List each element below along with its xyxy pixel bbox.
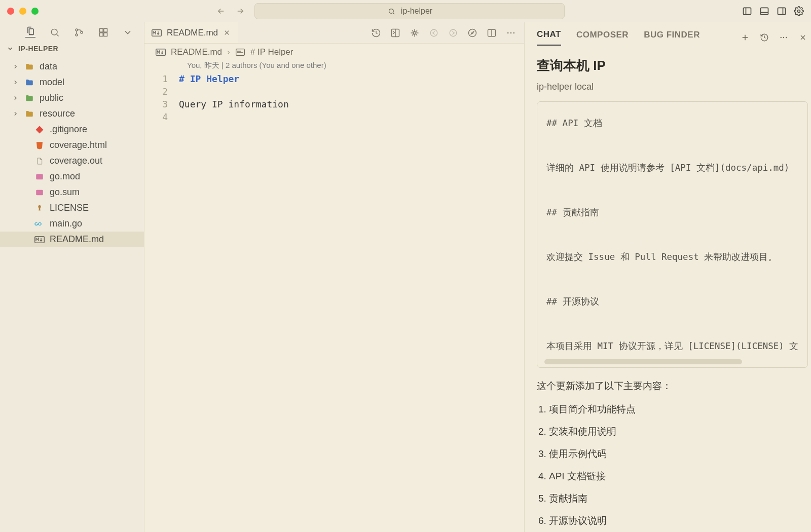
- tree-item[interactable]: README.md: [0, 232, 144, 247]
- svg-point-15: [38, 205, 41, 208]
- tab-label: README.md: [167, 28, 218, 38]
- svg-point-25: [507, 32, 509, 33]
- git-icon: [34, 125, 45, 134]
- chevron-right-icon: [12, 110, 19, 117]
- breadcrumb-file: README.md: [171, 47, 222, 57]
- chevron-right-icon: [12, 63, 19, 70]
- layout-panel-bottom-icon[interactable]: [759, 6, 769, 16]
- list-item: 项目简介和功能特点: [549, 403, 808, 416]
- svg-rect-9: [100, 29, 103, 32]
- explorer-tab-icon[interactable]: [25, 27, 35, 37]
- chat-tab-composer[interactable]: COMPOSER: [576, 30, 629, 45]
- svg-point-8: [81, 31, 83, 33]
- svg-point-7: [76, 34, 78, 36]
- svg-rect-14: [36, 189, 43, 195]
- tree-item[interactable]: .gitignore: [0, 122, 144, 137]
- chat-context-pill[interactable]: ip-helper local: [537, 82, 808, 92]
- mod-icon: [34, 172, 45, 181]
- chat-tab-chat[interactable]: CHAT: [537, 29, 561, 46]
- search-text: ip-helper: [401, 7, 432, 16]
- chat-summary-intro: 这个更新添加了以下主要内容：: [537, 379, 808, 394]
- more-actions-icon[interactable]: [506, 28, 516, 38]
- list-item: 使用示例代码: [549, 447, 808, 461]
- tree-item-label: .gitignore: [50, 124, 87, 135]
- close-window-button[interactable]: [7, 8, 14, 15]
- chat-code-content: ## API 文档 详细的 API 使用说明请参考 [API 文档](docs/…: [546, 118, 798, 351]
- explorer-title-label: IP-HELPER: [18, 45, 58, 53]
- breadcrumb[interactable]: README.md › # IP Helper: [144, 44, 524, 61]
- tree-item[interactable]: go.sum: [0, 184, 144, 200]
- history-icon[interactable]: [759, 32, 769, 43]
- source-control-tab-icon[interactable]: [74, 27, 84, 37]
- svg-rect-2: [761, 8, 768, 14]
- svg-point-32: [786, 37, 787, 38]
- tree-item[interactable]: coverage.html: [0, 137, 144, 153]
- nav-back-button[interactable]: [216, 6, 226, 16]
- run-next-icon[interactable]: [448, 28, 458, 38]
- folder-icon: [24, 109, 34, 119]
- folder-icon: [24, 78, 34, 87]
- maximize-window-button[interactable]: [31, 8, 39, 15]
- tree-item[interactable]: GOmain.go: [0, 216, 144, 232]
- new-chat-icon[interactable]: [740, 32, 750, 43]
- tab-close-button[interactable]: [223, 29, 231, 36]
- html-icon: [34, 141, 45, 150]
- code-line: Query IP information: [179, 99, 289, 109]
- compass-icon[interactable]: [467, 28, 477, 38]
- chevron-right-icon: [12, 95, 19, 101]
- layout-sidebar-left-icon[interactable]: [742, 6, 752, 16]
- folder-icon: [24, 62, 34, 71]
- tree-item-label: model: [40, 77, 64, 88]
- list-item: 贡献指南: [549, 492, 808, 505]
- command-center-search[interactable]: ip-helper: [254, 3, 565, 19]
- breadcrumb-separator: ›: [227, 47, 230, 57]
- svg-rect-12: [104, 29, 107, 32]
- file-tree: datamodelpublicresource.gitignorecoverag…: [0, 57, 144, 247]
- layout-sidebar-right-icon[interactable]: [777, 6, 787, 16]
- diff-icon[interactable]: [410, 28, 420, 38]
- minimize-window-button[interactable]: [19, 8, 26, 15]
- list-item: 安装和使用说明: [549, 425, 808, 438]
- run-prev-icon[interactable]: [429, 28, 439, 38]
- chat-tab-bugfinder[interactable]: BUG FINDER: [644, 30, 700, 45]
- nav-forward-button[interactable]: [235, 6, 245, 16]
- explorer-section-header[interactable]: IP-HELPER: [0, 41, 144, 57]
- tree-item-label: main.go: [50, 218, 82, 229]
- chat-more-icon[interactable]: [779, 32, 789, 43]
- tree-item[interactable]: LICENSE: [0, 200, 144, 216]
- lic-icon: [34, 204, 45, 213]
- markdown-icon: [156, 47, 166, 57]
- md-icon: [34, 236, 45, 243]
- search-tab-icon[interactable]: [50, 27, 60, 37]
- svg-rect-10: [100, 33, 103, 36]
- editor-tab-readme[interactable]: README.md: [144, 22, 238, 43]
- tree-item[interactable]: resource: [0, 106, 144, 122]
- timeline-icon[interactable]: [371, 28, 381, 38]
- tree-item[interactable]: data: [0, 59, 144, 74]
- horizontal-scrollbar[interactable]: [544, 359, 742, 364]
- titlebar: ip-helper: [0, 0, 811, 22]
- tree-item[interactable]: go.mod: [0, 169, 144, 184]
- more-views-icon[interactable]: [123, 27, 133, 37]
- window-controls: [7, 8, 39, 15]
- tree-item-label: public: [40, 93, 63, 103]
- tree-item-label: go.sum: [50, 187, 80, 198]
- tree-item[interactable]: public: [0, 90, 144, 106]
- svg-point-21: [430, 29, 437, 36]
- chat-close-icon[interactable]: [798, 32, 808, 43]
- open-preview-icon[interactable]: [390, 28, 400, 38]
- svg-point-27: [513, 32, 515, 33]
- tree-item[interactable]: model: [0, 74, 144, 90]
- tree-item[interactable]: coverage.out: [0, 153, 144, 169]
- extensions-tab-icon[interactable]: [98, 27, 108, 37]
- settings-gear-icon[interactable]: [794, 6, 804, 16]
- file-icon: [34, 157, 45, 166]
- tree-item-label: README.md: [50, 234, 104, 245]
- tree-item-label: coverage.html: [50, 140, 107, 150]
- tree-item-label: LICENSE: [50, 203, 89, 213]
- tree-item-label: go.mod: [50, 171, 80, 182]
- code-area[interactable]: 1# IP Helper 2 3Query IP information 4: [144, 72, 524, 123]
- split-editor-icon[interactable]: [487, 28, 497, 38]
- svg-point-31: [783, 37, 784, 38]
- markdown-icon: [152, 28, 162, 38]
